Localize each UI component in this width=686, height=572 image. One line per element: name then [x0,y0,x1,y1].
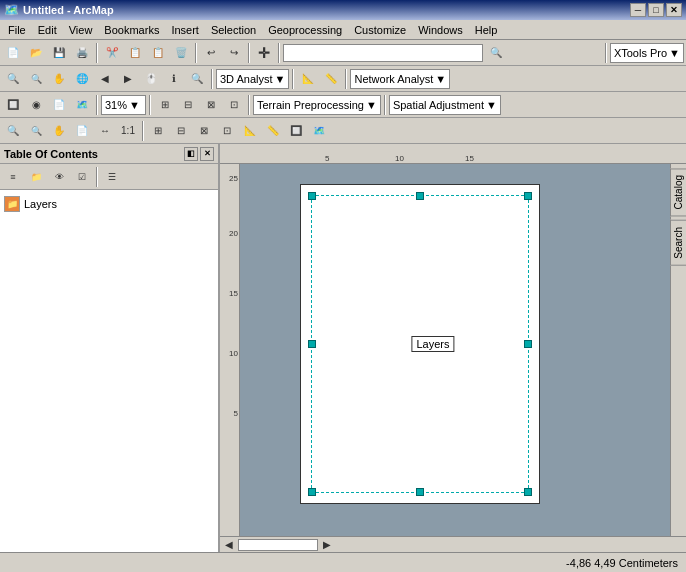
layout-pan[interactable]: ✋ [48,120,70,142]
handle-top-left[interactable] [308,192,316,200]
map-btn1[interactable]: ⊞ [154,94,176,116]
layout-zoom-in[interactable]: 🔍 [2,120,24,142]
toc-list-by-drawing[interactable]: ≡ [2,166,24,188]
layout-zoom-page[interactable]: 📄 [71,120,93,142]
menu-help[interactable]: Help [469,22,504,38]
toc-list-by-visibility[interactable]: 👁 [48,166,70,188]
maximize-button[interactable]: □ [648,3,664,17]
delete-button[interactable]: 🗑️ [170,42,192,64]
handle-bot-left[interactable] [308,488,316,496]
zoom-fixed-2[interactable]: ◉ [25,94,47,116]
select-button[interactable]: 🖱️ [140,68,162,90]
layout-btn2[interactable]: ⊟ [170,120,192,142]
menu-bookmarks[interactable]: Bookmarks [98,22,165,38]
search-box[interactable] [283,44,483,62]
undo-button[interactable]: ↩ [200,42,222,64]
menu-windows[interactable]: Windows [412,22,469,38]
map-btn4[interactable]: ⊡ [223,94,245,116]
layout-btn8[interactable]: 🗺️ [308,120,330,142]
toc-list-by-source[interactable]: 📁 [25,166,47,188]
layout-btn4[interactable]: ⊡ [216,120,238,142]
v-tick-15: 15 [229,289,238,298]
map-btn2[interactable]: ⊟ [177,94,199,116]
h-scrollbar-track[interactable] [238,539,318,551]
sep9 [96,95,98,115]
catalog-tab[interactable]: Catalog [670,168,686,216]
layout-zoom-100[interactable]: 1:1 [117,120,139,142]
toc-options[interactable]: ☰ [101,166,123,188]
3d-analyst-dropdown[interactable]: 3D Analyst ▼ [216,69,289,89]
layout-zoom-out[interactable]: 🔍 [25,120,47,142]
zoom-out-button[interactable]: 🔍 [25,68,47,90]
toc-list-by-selection[interactable]: ☑ [71,166,93,188]
print-button[interactable]: 🖨️ [71,42,93,64]
title-bar-controls[interactable]: ─ □ ✕ [630,3,682,17]
tool-btn1[interactable]: 📐 [297,68,319,90]
minimize-button[interactable]: ─ [630,3,646,17]
add-data-button[interactable]: ✛ [253,42,275,64]
full-extent-button[interactable]: 🌐 [71,68,93,90]
handle-mid-right[interactable] [524,340,532,348]
map-canvas[interactable]: Layers [240,164,670,536]
zoom-layer-button[interactable]: 🗺️ [71,94,93,116]
close-button[interactable]: ✕ [666,3,682,17]
toc-header-controls[interactable]: ◧ ✕ [184,147,214,161]
zoom-dropdown[interactable]: 31% ▼ [101,95,146,115]
handle-top-right[interactable] [524,192,532,200]
tool-btn2[interactable]: 📏 [320,68,342,90]
layer-item-layers[interactable]: 📁 Layers [4,194,214,214]
layout-btn3[interactable]: ⊠ [193,120,215,142]
xtools-dropdown[interactable]: XTools Pro ▼ [610,43,684,63]
pan-button[interactable]: ✋ [48,68,70,90]
map-btn3[interactable]: ⊠ [200,94,222,116]
layer-icon: 📁 [4,196,20,212]
status-bar: -4,86 4,49 Centimeters [0,552,686,572]
new-button[interactable]: 📄 [2,42,24,64]
handle-top-mid[interactable] [416,192,424,200]
toc-close-button[interactable]: ✕ [200,147,214,161]
paste-button[interactable]: 📋 [147,42,169,64]
menu-view[interactable]: View [63,22,99,38]
search-button[interactable]: 🔍 [485,42,507,64]
menu-edit[interactable]: Edit [32,22,63,38]
handle-mid-left[interactable] [308,340,316,348]
map-area[interactable]: 5 10 15 25 20 15 10 5 [220,144,686,552]
handle-bot-mid[interactable] [416,488,424,496]
zoom-page-button[interactable]: 📄 [48,94,70,116]
menu-selection[interactable]: Selection [205,22,262,38]
search-tab[interactable]: Search [670,220,686,266]
layout-zoom-width[interactable]: ↔ [94,120,116,142]
toc-float-button[interactable]: ◧ [184,147,198,161]
open-button[interactable]: 📂 [25,42,47,64]
identify-button[interactable]: ℹ [163,68,185,90]
cut-button[interactable]: ✂️ [101,42,123,64]
window-title: Untitled - ArcMap [23,4,114,16]
copy-button[interactable]: 📋 [124,42,146,64]
spatial-adj-dropdown[interactable]: Spatial Adjustment ▼ [389,95,501,115]
scroll-right-btn[interactable]: ▶ [320,538,334,552]
layout-btn5[interactable]: 📐 [239,120,261,142]
scroll-left-btn[interactable]: ◀ [222,538,236,552]
separator6 [211,69,213,89]
terrain-dropdown[interactable]: Terrain Preprocessing ▼ [253,95,381,115]
prev-extent-button[interactable]: ◀ [94,68,116,90]
data-frame[interactable]: Layers [311,195,529,493]
menu-geoprocessing[interactable]: Geoprocessing [262,22,348,38]
zoom-in-button[interactable]: 🔍 [2,68,24,90]
menu-insert[interactable]: Insert [165,22,205,38]
layout-btn6[interactable]: 📏 [262,120,284,142]
redo-button[interactable]: ↪ [223,42,245,64]
save-button[interactable]: 💾 [48,42,70,64]
layout-btn1[interactable]: ⊞ [147,120,169,142]
v-tick-25: 25 [229,174,238,183]
xtools-label: XTools Pro [614,47,667,59]
network-analyst-dropdown[interactable]: Network Analyst ▼ [350,69,450,89]
find-button[interactable]: 🔍 [186,68,208,90]
menu-file[interactable]: File [2,22,32,38]
next-extent-button[interactable]: ▶ [117,68,139,90]
zoom-fixed-1[interactable]: 🔲 [2,94,24,116]
handle-bot-right[interactable] [524,488,532,496]
menu-customize[interactable]: Customize [348,22,412,38]
layout-btn7[interactable]: 🔲 [285,120,307,142]
side-tabs: Catalog Search [670,164,686,536]
